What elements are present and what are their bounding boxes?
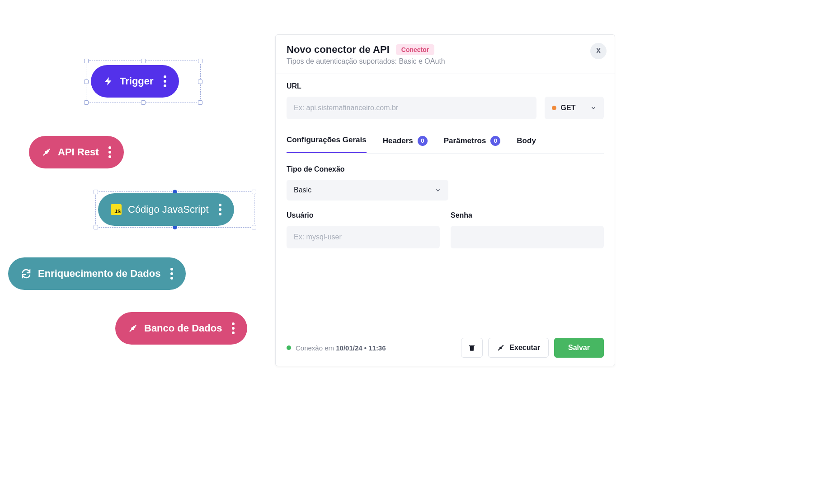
url-input[interactable] — [287, 97, 536, 119]
node-menu-button[interactable] — [108, 146, 111, 158]
chevron-down-icon — [435, 187, 441, 193]
save-label: Salvar — [568, 344, 590, 352]
node-label: Banco de Dados — [144, 322, 222, 334]
plug-icon — [42, 147, 52, 157]
panel-subtitle: Tipos de autenticação suportados: Basic … — [287, 57, 604, 65]
method-value: GET — [561, 104, 576, 112]
svg-point-0 — [45, 151, 47, 154]
bolt-icon — [104, 75, 113, 87]
delete-button[interactable] — [461, 338, 483, 358]
node-label: Código JavaScript — [128, 204, 209, 215]
node-menu-button[interactable] — [232, 322, 235, 334]
trash-icon — [468, 344, 476, 352]
headers-count-badge: 0 — [418, 136, 428, 146]
user-label: Usuário — [287, 211, 440, 219]
connector-badge: Conector — [396, 44, 434, 55]
js-icon: JS — [111, 204, 122, 215]
connection-type-value: Basic — [294, 186, 311, 194]
user-input[interactable] — [287, 226, 440, 248]
tab-label: Body — [517, 136, 536, 145]
node-menu-button[interactable] — [219, 204, 221, 215]
connection-type-label: Tipo de Conexão — [287, 165, 604, 173]
tab-label: Parâmetros — [444, 136, 486, 145]
node-javascript[interactable]: JS Código JavaScript — [98, 193, 234, 226]
connection-status: Conexão em 10/01/24 • 11:36 — [287, 344, 386, 352]
tab-body[interactable]: Body — [517, 132, 536, 153]
svg-point-1 — [131, 327, 134, 330]
method-color-dot — [552, 106, 556, 110]
execute-button[interactable]: Executar — [488, 338, 549, 358]
status-dot-icon — [287, 345, 291, 350]
execute-label: Executar — [509, 344, 540, 352]
chevron-down-icon — [590, 105, 597, 111]
svg-point-2 — [499, 347, 502, 349]
panel-title: Novo conector de API — [287, 44, 390, 56]
panel-footer: Conexão em 10/01/24 • 11:36 Executar Sal… — [276, 330, 615, 366]
tab-label: Configurações Gerais — [287, 135, 367, 145]
tab-params[interactable]: Parâmetros 0 — [444, 132, 501, 153]
status-prefix: Conexão em — [296, 344, 336, 352]
connection-type-select[interactable]: Basic — [287, 180, 448, 201]
node-label: API Rest — [58, 146, 99, 158]
node-menu-button[interactable] — [164, 75, 166, 87]
node-database[interactable]: Banco de Dados — [115, 312, 247, 345]
sync-icon — [21, 268, 32, 279]
password-label: Senha — [451, 211, 604, 219]
status-timestamp: 10/01/24 • 11:36 — [336, 344, 386, 352]
config-tabs: Configurações Gerais Headers 0 Parâmetro… — [287, 132, 604, 154]
tab-label: Headers — [383, 136, 413, 145]
node-menu-button[interactable] — [170, 268, 173, 280]
node-label: Enriquecimento de Dados — [38, 268, 160, 280]
plug-icon — [497, 344, 505, 352]
node-label: Trigger — [120, 75, 154, 87]
api-connector-panel: Novo conector de API Conector Tipos de a… — [275, 34, 615, 366]
save-button[interactable]: Salvar — [554, 338, 604, 358]
plug-icon — [128, 323, 138, 333]
http-method-select[interactable]: GET — [545, 97, 604, 119]
close-button[interactable]: X — [590, 43, 607, 59]
tab-headers[interactable]: Headers 0 — [383, 132, 428, 153]
node-enrichment[interactable]: Enriquecimento de Dados — [8, 257, 186, 290]
node-trigger[interactable]: Trigger — [91, 65, 179, 98]
params-count-badge: 0 — [490, 136, 500, 146]
tab-general[interactable]: Configurações Gerais — [287, 132, 367, 153]
node-api-rest[interactable]: API Rest — [29, 136, 124, 168]
panel-header: Novo conector de API Conector Tipos de a… — [276, 35, 615, 74]
url-label: URL — [287, 82, 604, 90]
password-input[interactable] — [451, 226, 604, 248]
close-icon: X — [596, 47, 601, 55]
